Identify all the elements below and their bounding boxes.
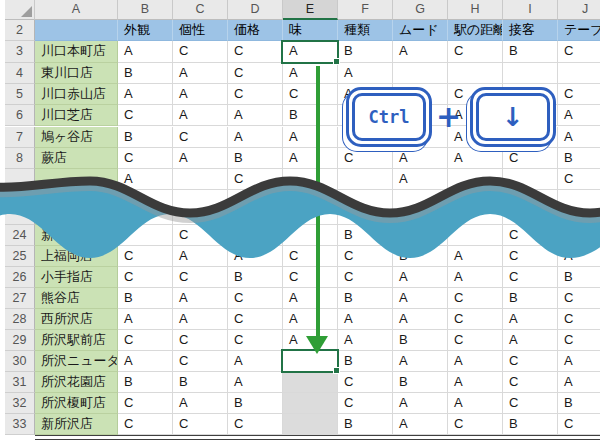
cell-E6[interactable]: B [283, 105, 338, 126]
cell-Hx[interactable] [448, 169, 503, 190]
cell-B30[interactable]: A [118, 351, 173, 372]
cell-F30[interactable]: B [338, 351, 393, 372]
cell-H27[interactable]: C [448, 288, 503, 309]
cell-F25[interactable]: C [338, 246, 393, 267]
col-header-C[interactable]: C [173, 0, 228, 20]
cell-E28[interactable]: A [283, 309, 338, 330]
cell-H24[interactable] [448, 225, 503, 246]
cell-D27[interactable]: C [228, 288, 283, 309]
cell-G3[interactable]: A [393, 41, 448, 62]
cell-Hx[interactable] [448, 190, 503, 225]
cell-D6[interactable]: A [228, 105, 283, 126]
cell-C3[interactable]: C [173, 41, 228, 62]
cell-A29[interactable]: 所沢駅前店 [35, 330, 118, 351]
cell-Ix[interactable] [503, 169, 558, 190]
cell-Bx[interactable] [118, 190, 173, 225]
cell-E2[interactable]: 味 [283, 20, 338, 41]
col-header-B[interactable]: B [118, 0, 173, 20]
cell-A4[interactable]: 東川口店 [35, 63, 118, 84]
cell-A5[interactable]: 川口赤山店 [35, 84, 118, 105]
cell-J29[interactable]: C [558, 330, 600, 351]
cell-A8[interactable]: 蕨店 [35, 148, 118, 169]
cell-Gx[interactable]: A [393, 169, 448, 190]
cell-E26[interactable]: C [283, 267, 338, 288]
cell-D30[interactable]: A [228, 351, 283, 372]
cell-J7[interactable]: A [558, 127, 600, 148]
cell-B4[interactable]: B [118, 63, 173, 84]
cell-G24[interactable] [393, 225, 448, 246]
cell-J5[interactable]: C [558, 84, 600, 105]
cell-F31[interactable]: C [338, 372, 393, 393]
cell-B2[interactable]: 外観 [118, 20, 173, 41]
cell-B28[interactable]: A [118, 309, 173, 330]
cell-E25[interactable]: C [283, 246, 338, 267]
cell-I4[interactable] [503, 63, 558, 84]
cell-B25[interactable]: C [118, 246, 173, 267]
cell-G2[interactable]: ムード [393, 20, 448, 41]
cell-B33[interactable]: C [118, 414, 173, 435]
cell-I2[interactable]: 接客 [503, 20, 558, 41]
cell-G27[interactable]: A [393, 288, 448, 309]
cell-I30[interactable]: C [503, 351, 558, 372]
cell-I33[interactable]: B [503, 414, 558, 435]
cell-J32[interactable]: B [558, 393, 600, 414]
cell-F3[interactable]: B [338, 41, 393, 62]
cell-J8[interactable]: B [558, 148, 600, 169]
row-header-2[interactable]: 2 [5, 20, 35, 41]
cell-B29[interactable]: C [118, 330, 173, 351]
cell-E8[interactable]: A [283, 148, 338, 169]
cell-D26[interactable]: B [228, 267, 283, 288]
cell-C28[interactable]: A [173, 309, 228, 330]
cell-B5[interactable]: A [118, 84, 173, 105]
cell-Bx[interactable]: A [118, 169, 173, 190]
cell-Ax[interactable] [35, 190, 118, 225]
cell-A26[interactable]: 小手指店 [35, 267, 118, 288]
cell-F4[interactable]: A [338, 63, 393, 84]
cell-J26[interactable]: B [558, 267, 600, 288]
cell-A7[interactable]: 鳩ヶ谷店 [35, 127, 118, 148]
cell-D31[interactable]: A [228, 372, 283, 393]
cell-D7[interactable]: A [228, 127, 283, 148]
cell-J6[interactable]: A [558, 105, 600, 126]
cell-C5[interactable]: A [173, 84, 228, 105]
row-header-28[interactable]: 28 [5, 309, 35, 330]
cell-Cx[interactable] [173, 169, 228, 190]
cell-H31[interactable]: A [448, 372, 503, 393]
cell-Dx[interactable] [228, 190, 283, 225]
row-header-31[interactable]: 31 [5, 372, 35, 393]
cell-C33[interactable]: C [173, 414, 228, 435]
fill-handle[interactable] [333, 367, 340, 374]
cell-B24[interactable] [118, 225, 173, 246]
cell-H30[interactable]: A [448, 351, 503, 372]
cell-E7[interactable]: A [283, 127, 338, 148]
cell-G32[interactable]: A [393, 393, 448, 414]
cell-J25[interactable]: A [558, 246, 600, 267]
cell-I27[interactable]: B [503, 288, 558, 309]
cell-G25[interactable]: B [393, 246, 448, 267]
row-header-25[interactable]: 25 [5, 246, 35, 267]
row-header-6[interactable]: 6 [5, 105, 35, 126]
cell-H2[interactable]: 駅の距離 [448, 20, 503, 41]
cell-J4[interactable] [558, 63, 600, 84]
cell-E24[interactable] [283, 225, 338, 246]
cell-A6[interactable]: 川口芝店 [35, 105, 118, 126]
cell-E27[interactable]: A [283, 288, 338, 309]
cell-D2[interactable]: 価格 [228, 20, 283, 41]
cell-I31[interactable]: C [503, 372, 558, 393]
cell-H28[interactable]: C [448, 309, 503, 330]
row-header-27[interactable]: 27 [5, 288, 35, 309]
cell-D28[interactable]: C [228, 309, 283, 330]
cell-E33[interactable] [283, 414, 338, 435]
cell-J24[interactable] [558, 225, 600, 246]
cell-G33[interactable]: A [393, 414, 448, 435]
cell-F26[interactable]: C [338, 267, 393, 288]
col-header-J[interactable]: J [558, 0, 600, 20]
cell-A24[interactable]: 新座 [35, 225, 118, 246]
cell-C8[interactable]: A [173, 148, 228, 169]
cell-H32[interactable]: A [448, 393, 503, 414]
col-header-E[interactable]: E [283, 0, 338, 20]
cell-C4[interactable]: A [173, 63, 228, 84]
cell-H3[interactable]: C [448, 41, 503, 62]
cell-Gx[interactable] [393, 190, 448, 225]
cell-I32[interactable]: C [503, 393, 558, 414]
